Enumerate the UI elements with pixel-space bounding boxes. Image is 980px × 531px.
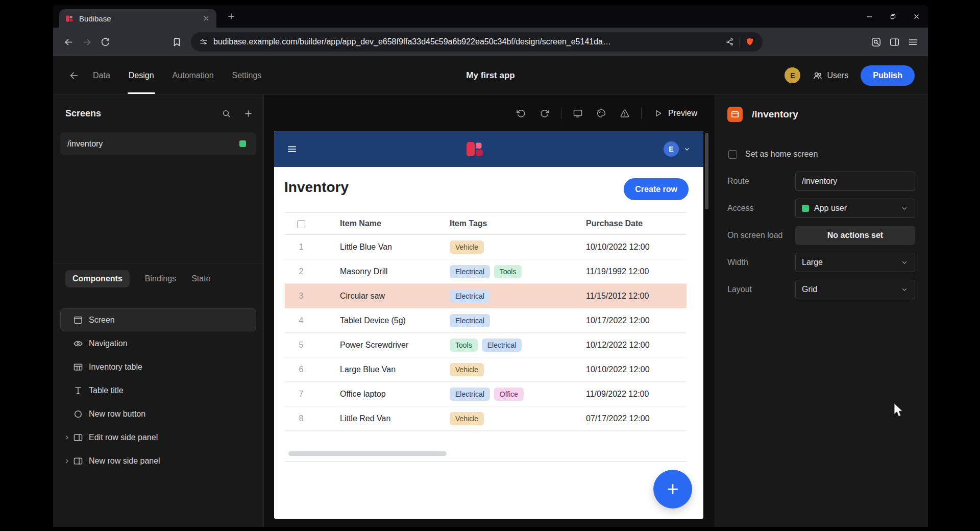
canvas-scrollbar[interactable] (705, 133, 708, 209)
chevron-right-icon[interactable] (63, 433, 71, 442)
chevron-down-icon (900, 204, 909, 212)
purchase-date-cell: 11/09/2022 12:00 (564, 390, 687, 399)
tag-badge: Electrical (450, 265, 490, 278)
column-header-item-tags[interactable]: Item Tags (427, 219, 564, 228)
tag-badge: Electrical (450, 388, 490, 401)
nav-tab-design[interactable]: Design (129, 71, 154, 80)
add-row-fab[interactable] (653, 470, 692, 509)
components-tab-state[interactable]: State (191, 274, 210, 283)
tree-item-new-row-button[interactable]: New row button (60, 402, 256, 425)
close-button[interactable] (904, 5, 928, 28)
route-input[interactable] (795, 172, 915, 191)
add-screen-icon[interactable] (243, 109, 253, 118)
screen-list-item[interactable]: /inventory (60, 132, 256, 155)
back-button[interactable] (59, 33, 78, 51)
sidepanel-icon (73, 456, 83, 466)
horizontal-scrollbar[interactable] (288, 451, 447, 456)
preview-button[interactable]: Preview (668, 109, 697, 118)
select-all-checkbox[interactable] (297, 220, 305, 228)
warning-icon[interactable] (620, 108, 630, 118)
tab-close-icon[interactable] (202, 14, 210, 22)
tree-item-label: New row side panel (89, 456, 160, 466)
chevron-right-icon[interactable] (63, 457, 71, 465)
column-header-purchase-date[interactable]: Purchase Date (564, 219, 687, 228)
tree-item-screen[interactable]: Screen (60, 308, 256, 331)
tree-item-inventory-table[interactable]: Inventory table (60, 355, 256, 378)
app-user-avatar[interactable]: E (664, 141, 679, 157)
screen-icon (73, 315, 83, 325)
purchase-date-cell: 07/17/2022 12:00 (564, 414, 687, 423)
item-name-cell: Masonry Drill (317, 267, 427, 276)
publish-button[interactable]: Publish (861, 65, 915, 86)
theme-palette-icon[interactable] (596, 108, 606, 118)
sidebar-toggle-icon[interactable] (885, 33, 903, 51)
screen-size-icon[interactable] (573, 108, 583, 118)
access-value: App user (814, 204, 847, 213)
forward-button[interactable] (78, 33, 96, 51)
tree-item-table-title[interactable]: Table title (60, 379, 256, 402)
tag-badge: Electrical (450, 289, 490, 303)
tag-badge: Vehicle (450, 412, 484, 425)
components-tab-bindings[interactable]: Bindings (145, 274, 176, 283)
restore-button[interactable] (881, 5, 904, 28)
tag-badge: Tools (450, 339, 478, 352)
screens-search-icon[interactable] (222, 109, 231, 118)
tag-badge: Electrical (482, 339, 522, 352)
table-row[interactable]: 6Large Blue VanVehicle10/10/2022 12:00 (285, 357, 687, 382)
home-screen-checkbox[interactable] (728, 150, 737, 159)
nav-tab-settings[interactable]: Settings (232, 71, 262, 80)
nav-tab-automation[interactable]: Automation (173, 71, 214, 80)
browser-menu-icon[interactable] (903, 33, 922, 51)
reload-button[interactable] (96, 33, 114, 51)
minimize-button[interactable] (857, 5, 881, 28)
user-avatar[interactable]: E (785, 67, 800, 83)
redo-icon[interactable] (540, 108, 550, 118)
brave-shield-icon[interactable] (745, 37, 754, 46)
access-field-row: Access App user (715, 199, 928, 218)
item-name-cell: Tablet Device (5g) (317, 316, 427, 325)
site-settings-icon[interactable] (199, 37, 208, 46)
nav-tab-data[interactable]: Data (93, 71, 110, 80)
table-body: 1Little Blue VanVehicle10/10/2022 12:002… (285, 235, 687, 431)
search-panel-icon[interactable] (867, 33, 885, 51)
table-row[interactable]: 2Masonry DrillElectricalTools11/19/1992 … (285, 259, 687, 284)
address-bar[interactable]: budibase.example.com/builder/app/app_dev… (191, 32, 763, 52)
tag-badge: Vehicle (450, 363, 484, 376)
table-header: Item Name Item Tags Purchase Date (285, 212, 687, 235)
table-row[interactable]: 5Power ScrewdriverToolsElectrical10/12/2… (285, 333, 687, 357)
settings-panel: /inventory Set as home screen Route Acce… (715, 95, 928, 527)
tree-item-navigation[interactable]: Navigation (60, 332, 256, 355)
table-row[interactable]: 3Circular sawElectrical11/15/2012 12:00 (285, 284, 687, 308)
undo-icon[interactable] (516, 108, 526, 118)
users-icon (813, 70, 823, 81)
purchase-date-cell: 10/10/2022 12:00 (564, 243, 687, 252)
table-row[interactable]: 4Tablet Device (5g)Electrical10/17/2022 … (285, 308, 687, 333)
item-tags-cell: Vehicle (427, 412, 564, 425)
canvas: Preview E (264, 95, 715, 527)
browser-tab[interactable]: Budibase (59, 9, 216, 28)
width-label: Width (727, 253, 748, 272)
home-screen-label: Set as home screen (745, 150, 818, 159)
components-tab-components[interactable]: Components (65, 270, 130, 287)
access-select[interactable]: App user (795, 199, 915, 218)
tree-item-edit-row-side-panel[interactable]: Edit row side panel (60, 426, 256, 449)
bookmark-icon[interactable] (167, 33, 186, 51)
divider (53, 263, 263, 264)
builder-back-button[interactable] (68, 70, 80, 81)
row-number: 6 (285, 365, 317, 374)
play-icon[interactable] (653, 108, 663, 118)
new-tab-button[interactable] (224, 9, 239, 24)
width-select[interactable]: Large (795, 253, 915, 272)
column-header-item-name[interactable]: Item Name (317, 219, 427, 228)
table-row[interactable]: 7Office laptopElectricalOffice11/09/2022… (285, 382, 687, 406)
app-menu-icon[interactable] (286, 143, 298, 155)
table-row[interactable]: 8Little Red VanVehicle07/17/2022 12:00 (285, 406, 687, 431)
table-row[interactable]: 1Little Blue VanVehicle10/10/2022 12:00 (285, 235, 687, 259)
tree-item-new-row-side-panel[interactable]: New row side panel (60, 449, 256, 472)
users-button[interactable]: Users (813, 70, 848, 81)
screen: Budibase budibase.example.com/builder/ap… (0, 0, 980, 531)
screen-load-actions-button[interactable]: No actions set (795, 226, 915, 245)
layout-select[interactable]: Grid (795, 280, 915, 299)
create-row-button[interactable]: Create row (624, 178, 689, 200)
chevron-down-icon[interactable] (683, 145, 691, 153)
